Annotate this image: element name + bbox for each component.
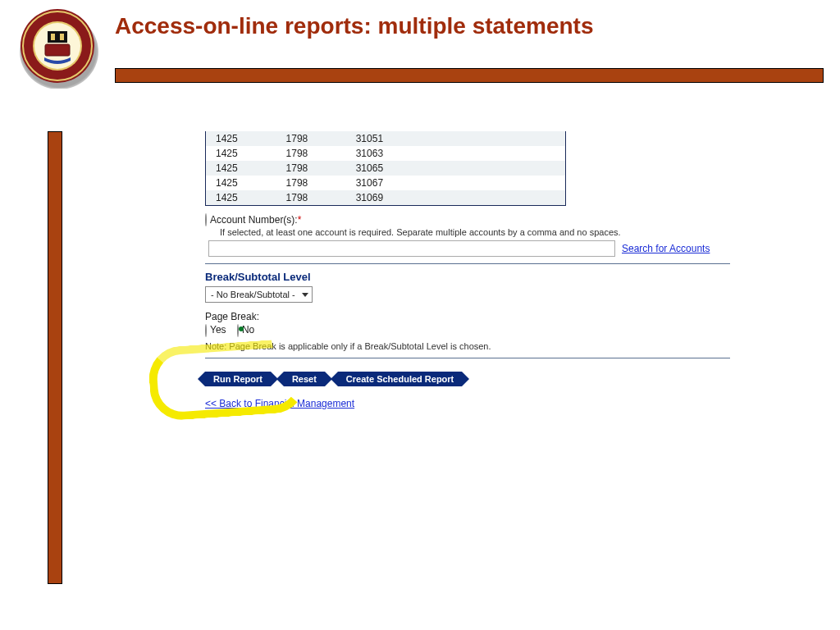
cell: 31063 bbox=[346, 146, 426, 161]
cell: 1425 bbox=[206, 176, 276, 190]
cell: 1798 bbox=[276, 131, 346, 146]
table-row[interactable]: 1425 1798 31067 bbox=[206, 176, 566, 190]
page-break-label: Page Break: bbox=[205, 311, 730, 322]
svg-rect-7 bbox=[60, 34, 64, 40]
accounts-table: 1425 1798 31051 1425 1798 31063 1425 179… bbox=[205, 131, 566, 206]
run-report-button[interactable]: Run Report bbox=[205, 372, 271, 386]
svg-rect-6 bbox=[51, 34, 55, 40]
page-break-note: Note: Page Break is applicable only if a… bbox=[205, 341, 730, 351]
cell: 1425 bbox=[206, 146, 276, 161]
cell: 1798 bbox=[276, 190, 346, 205]
university-seal-logo bbox=[16, 7, 98, 89]
svg-rect-5 bbox=[48, 31, 67, 43]
page-break-yes-label: Yes bbox=[210, 324, 226, 336]
svg-rect-8 bbox=[45, 44, 70, 56]
page-break-no-label: No bbox=[242, 324, 254, 336]
cell: 31065 bbox=[346, 161, 426, 176]
cell: 1425 bbox=[206, 161, 276, 176]
title-divider bbox=[115, 68, 824, 83]
account-numbers-label: Account Number(s): bbox=[210, 214, 298, 226]
page-title: Access-on-line reports: multiple stateme… bbox=[115, 13, 593, 39]
account-numbers-hint: If selected, at least one account is req… bbox=[220, 227, 730, 237]
required-indicator: * bbox=[298, 214, 302, 226]
cell: 31067 bbox=[346, 176, 426, 190]
account-numbers-input[interactable] bbox=[208, 240, 615, 257]
report-form: 1425 1798 31051 1425 1798 31063 1425 179… bbox=[205, 131, 730, 409]
cell: 1425 bbox=[206, 131, 276, 146]
side-divider bbox=[48, 131, 62, 584]
section-divider bbox=[205, 358, 730, 358]
search-accounts-link[interactable]: Search for Accounts bbox=[622, 243, 710, 254]
cell: 31069 bbox=[346, 190, 426, 205]
chevron-down-icon bbox=[302, 293, 308, 297]
break-subtotal-select[interactable]: - No Break/Subtotal - bbox=[205, 286, 313, 303]
cell: 1798 bbox=[276, 161, 346, 176]
create-scheduled-report-button[interactable]: Create Scheduled Report bbox=[338, 372, 462, 386]
break-subtotal-header: Break/Subtotal Level bbox=[205, 271, 730, 283]
table-row[interactable]: 1425 1798 31069 bbox=[206, 190, 566, 205]
reset-button[interactable]: Reset bbox=[284, 372, 325, 386]
table-row[interactable]: 1425 1798 31063 bbox=[206, 146, 566, 161]
back-to-financial-management-link[interactable]: << Back to Financial Management bbox=[205, 398, 354, 409]
table-row[interactable]: 1425 1798 31051 bbox=[206, 131, 566, 146]
cell: 31051 bbox=[346, 131, 426, 146]
page-break-no-radio[interactable] bbox=[237, 324, 239, 337]
page-break-yes-radio[interactable] bbox=[205, 324, 207, 337]
cell: 1425 bbox=[206, 190, 276, 205]
account-numbers-radio[interactable] bbox=[205, 213, 207, 226]
cell: 1798 bbox=[276, 176, 346, 190]
table-row[interactable]: 1425 1798 31065 bbox=[206, 161, 566, 176]
section-divider bbox=[205, 263, 730, 264]
cell: 1798 bbox=[276, 146, 346, 161]
select-value: - No Break/Subtotal - bbox=[211, 290, 295, 299]
